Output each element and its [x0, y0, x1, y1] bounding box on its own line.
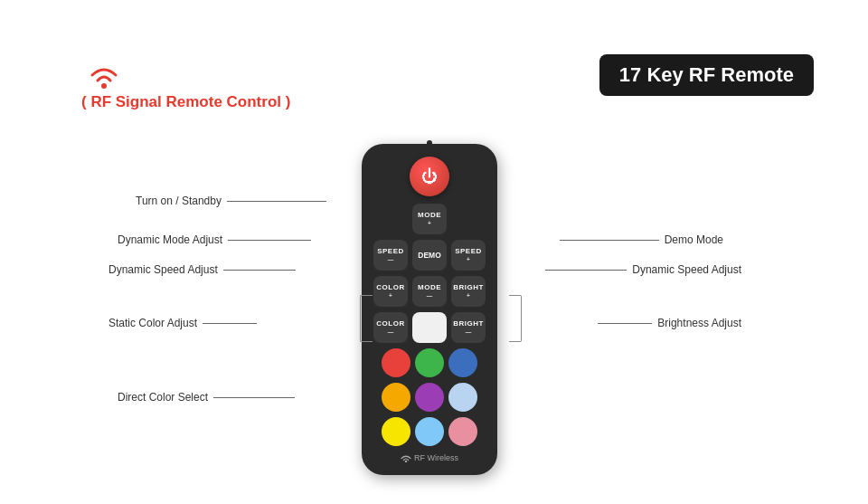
- color-red[interactable]: [382, 348, 410, 377]
- ann-static-color-line: [203, 323, 257, 324]
- rf-signal-icon: [81, 59, 127, 90]
- bright-plus-button[interactable]: BRIGHT +: [451, 276, 486, 307]
- power-icon: ⏻: [421, 168, 438, 185]
- ann-demo-mode-label: Demo Mode: [665, 233, 723, 246]
- color-yellow[interactable]: [382, 417, 410, 446]
- ann-demo-mode: Demo Mode: [560, 233, 723, 246]
- remote-wrapper: ⏻ MODE + SPEED — DEMO SPEED +: [362, 140, 497, 475]
- title-text: 17 Key RF Remote: [619, 63, 794, 86]
- bright-minus-button[interactable]: BRIGHT —: [451, 312, 486, 343]
- title-badge: 17 Key RF Remote: [599, 54, 814, 96]
- ann-turn-on: Turn on / Standby: [136, 195, 326, 207]
- btn-row-color-white-bright: COLOR — BRIGHT —: [373, 312, 486, 343]
- ann-static-color-label: Static Color Adjust: [108, 317, 197, 329]
- color-orange[interactable]: [382, 383, 410, 412]
- mode-minus-button[interactable]: MODE —: [412, 276, 447, 307]
- color-blue[interactable]: [448, 348, 477, 377]
- color-row-2: [382, 383, 477, 412]
- color-green[interactable]: [415, 348, 444, 377]
- btn-row-mode-top: MODE +: [412, 204, 447, 234]
- color-row-1: [382, 348, 477, 377]
- ann-dynamic-mode-label: Dynamic Mode Adjust: [118, 233, 222, 246]
- ann-turn-on-label: Turn on / Standby: [136, 195, 222, 207]
- ann-demo-mode-line: [560, 240, 659, 241]
- remote-antenna: [427, 140, 432, 149]
- svg-point-1: [405, 460, 407, 461]
- btn-row-speed-demo: SPEED — DEMO SPEED +: [373, 240, 486, 271]
- ann-brightness-label: Brightness Adjust: [657, 317, 741, 329]
- color-light-blue[interactable]: [448, 383, 477, 412]
- rf-wireless-label: RF Wireless: [401, 453, 458, 462]
- ann-turn-on-line: [227, 201, 326, 202]
- color-row-3: [382, 417, 477, 446]
- ann-direct-color: Direct Color Select: [118, 391, 295, 404]
- mode-plus-button[interactable]: MODE +: [412, 204, 447, 234]
- rf-wireless-icon: [401, 454, 411, 462]
- color-cyan[interactable]: [415, 417, 444, 446]
- svg-point-0: [101, 83, 107, 89]
- speed-minus-button[interactable]: SPEED —: [373, 240, 408, 271]
- ann-dynamic-mode-line: [228, 240, 311, 241]
- ann-brightness: Brightness Adjust: [598, 317, 741, 329]
- btn-row-color-mode-bright: COLOR + MODE — BRIGHT +: [373, 276, 486, 307]
- ann-direct-color-line: [213, 397, 295, 398]
- ann-brightness-line: [598, 323, 652, 324]
- ann-dynamic-speed-right: Dynamic Speed Adjust: [545, 263, 741, 276]
- color-purple[interactable]: [415, 383, 444, 412]
- color-minus-button[interactable]: COLOR —: [373, 312, 408, 343]
- color-plus-button[interactable]: COLOR +: [373, 276, 408, 307]
- speed-plus-button[interactable]: SPEED +: [451, 240, 486, 271]
- rf-signal-text: ( RF Signal Remote Control ): [81, 93, 290, 110]
- ann-dynamic-mode: Dynamic Mode Adjust: [118, 233, 311, 246]
- ann-dynamic-speed-left-label: Dynamic Speed Adjust: [108, 263, 218, 276]
- demo-button[interactable]: DEMO: [412, 240, 447, 271]
- rf-signal-area: ( RF Signal Remote Control ): [81, 59, 290, 111]
- white-button[interactable]: [412, 312, 447, 343]
- remote-body: ⏻ MODE + SPEED — DEMO SPEED +: [362, 144, 497, 475]
- ann-dynamic-speed-left-line: [223, 270, 296, 271]
- bracket-right: [509, 295, 522, 342]
- ann-direct-color-label: Direct Color Select: [118, 391, 208, 404]
- ann-dynamic-speed-right-label: Dynamic Speed Adjust: [632, 263, 741, 276]
- bracket-left: [360, 295, 373, 342]
- ann-static-color: Static Color Adjust: [108, 317, 257, 329]
- ann-dynamic-speed-left: Dynamic Speed Adjust: [108, 263, 296, 276]
- power-button[interactable]: ⏻: [410, 157, 449, 196]
- ann-dynamic-speed-right-line: [545, 270, 627, 271]
- color-pink[interactable]: [448, 417, 477, 446]
